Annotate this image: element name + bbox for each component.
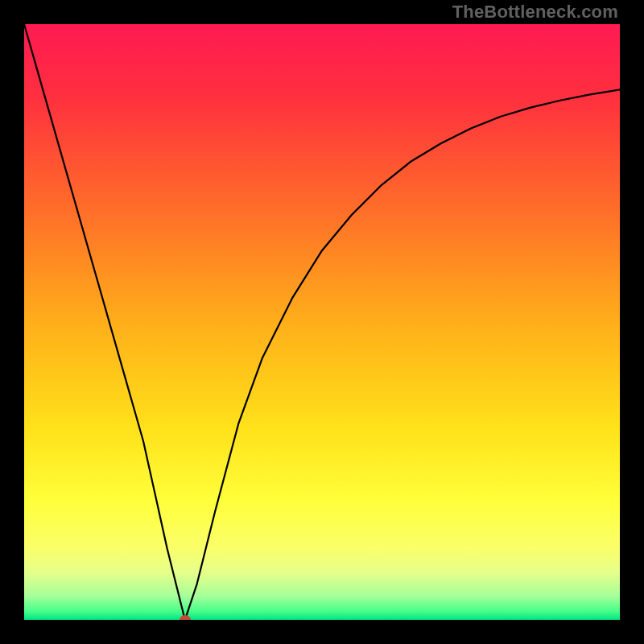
watermark-text: TheBottleneck.com <box>452 2 618 23</box>
chart-container: TheBottleneck.com <box>0 0 644 644</box>
plot-area <box>24 24 620 620</box>
bottleneck-curve <box>24 24 620 620</box>
minimum-marker <box>180 615 191 620</box>
